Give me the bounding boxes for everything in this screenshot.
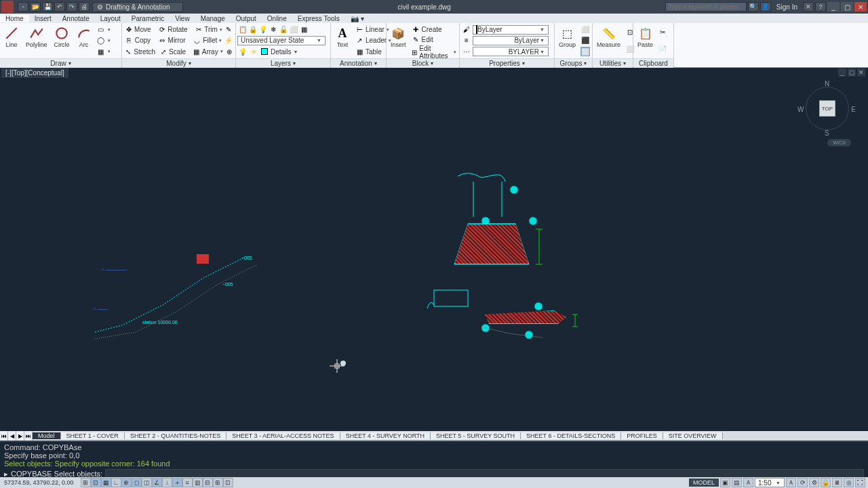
wcs-badge[interactable]: WCS (827, 139, 851, 146)
ungroup-icon[interactable]: ⬜ (580, 25, 591, 35)
move-icon[interactable]: ✥ (124, 25, 133, 35)
layer-prop-icon[interactable]: 📋 (238, 25, 248, 35)
arc-button[interactable]: Arc (74, 24, 94, 49)
group-button[interactable]: ⬚Group (556, 24, 578, 49)
rectangle-button[interactable]: ▭▾ (96, 25, 112, 35)
offset-icon[interactable]: ⊕ (225, 47, 233, 56)
text-button[interactable]: AText (332, 24, 353, 49)
tab-annotate[interactable]: Annotate (57, 15, 95, 22)
dyn-toggle[interactable]: ＋ (172, 478, 182, 487)
tab-featured[interactable]: 📷 ▾ (345, 15, 370, 22)
ducs-toggle[interactable]: ⟂ (162, 478, 172, 487)
sheet-tab[interactable]: SHEET 3 - AERIAL-ACCESS NOTES (226, 432, 340, 439)
tab-parametric[interactable]: Parametric (126, 15, 170, 22)
sheet-tab[interactable]: SHEET 1 - COVER (61, 432, 125, 439)
am-toggle[interactable]: ⊡ (223, 478, 233, 487)
annoscale-icon[interactable]: Ａ (743, 478, 753, 487)
move-button[interactable]: Move (134, 26, 151, 33)
explode-icon[interactable]: ⚡ (224, 36, 233, 45)
copy-button[interactable]: Copy (135, 37, 151, 44)
redo-icon[interactable]: ↷ (66, 2, 77, 12)
sheet-tab[interactable]: SHEET 2 - QUANTITIES-NOTES (125, 432, 226, 439)
edit-attr-button[interactable]: ⊞Edit Attributes▾ (410, 45, 458, 60)
tab-output[interactable]: Output (231, 15, 262, 22)
maximize-button[interactable]: ▢ (841, 2, 853, 12)
sheet-tab[interactable]: SHEET 5 - SURVEY SOUTH (431, 432, 521, 439)
sheet-tab[interactable]: SHEET 6 - DETAILS-SECTIONS (521, 432, 621, 439)
ortho-toggle[interactable]: ∟ (111, 478, 121, 487)
sheet-nav-last[interactable]: ⏭ (24, 431, 33, 441)
vp-maximize[interactable]: ▢ (848, 68, 856, 77)
hatch-button[interactable]: ▦▾ (96, 47, 112, 56)
drawing-object-detail1[interactable] (427, 169, 590, 278)
mirror-icon[interactable]: ⇔ (157, 36, 167, 45)
3dosnap-toggle[interactable]: ◫ (142, 478, 152, 487)
lineweight-dropdown[interactable]: ByLayer▼ (473, 36, 549, 45)
linetype-dropdown[interactable]: BYLAYER▼ (473, 47, 549, 56)
lwt-toggle[interactable]: ≡ (182, 478, 193, 487)
tab-online[interactable]: Online (262, 15, 292, 22)
layer-state-dropdown[interactable]: Unsaved Layer State▼ (237, 36, 326, 45)
erase-icon[interactable]: ✎ (224, 25, 233, 35)
layer-match-icon[interactable]: ▦ (299, 25, 309, 35)
edit-button[interactable]: ✎Edit (410, 35, 458, 44)
space-button[interactable]: MODEL (689, 479, 719, 487)
group-bbox-icon[interactable]: ⬜ (580, 47, 591, 56)
workspace-icon[interactable]: ⚙ (809, 478, 819, 487)
drawing-canvas[interactable]: TOP NS EW WCS ▫ ———— ▫ —— station 10000.… (0, 68, 868, 431)
sheet-tab[interactable]: SITE OVERVIEW (663, 432, 723, 439)
view-cube[interactable]: TOP NS EW (800, 81, 854, 136)
annoscale-dropdown[interactable]: 1:50▼ (755, 478, 785, 487)
print-icon[interactable]: 🖨 (79, 2, 90, 12)
group-edit-icon[interactable]: ⬛ (580, 36, 591, 45)
stretch-button[interactable]: Stretch (134, 48, 155, 56)
sc-toggle[interactable]: ⊞ (213, 478, 223, 487)
otrack-toggle[interactable]: ∠ (152, 478, 162, 487)
cut-icon[interactable]: ✂ (657, 28, 668, 37)
help-icon[interactable]: ? (815, 2, 826, 12)
trim-button[interactable]: Trim (204, 26, 218, 33)
sheet-nav-next[interactable]: ▶ (16, 431, 24, 441)
command-window[interactable]: Command: COPYBAse Specify base point: 0,… (0, 441, 868, 477)
qp-toggle[interactable]: ⊟ (203, 478, 213, 487)
measure-button[interactable]: 📏Measure (594, 24, 623, 49)
isolate-icon[interactable]: ◎ (844, 478, 854, 487)
sign-in-link[interactable]: Sign In (772, 3, 802, 11)
layer-details-button[interactable]: Details (271, 48, 292, 56)
vp-close[interactable]: ✕ (857, 68, 865, 77)
search-icon[interactable]: 🔍 (748, 2, 759, 12)
undo-icon[interactable]: ↶ (54, 2, 65, 12)
copy-clip-icon[interactable]: 📄 (657, 44, 668, 54)
osnap-toggle[interactable]: ◻ (132, 478, 142, 487)
workspace-dropdown[interactable]: ⚙Drafting & Annotation▼ (92, 2, 183, 12)
stretch-icon[interactable]: ⤡ (124, 47, 132, 56)
tab-express-tools[interactable]: Express Tools (292, 15, 345, 22)
mirror-button[interactable]: Mirror (168, 37, 186, 44)
ellipse-button[interactable]: ◯▾ (96, 36, 112, 45)
scale-icon[interactable]: ⤢ (159, 47, 167, 56)
tab-home[interactable]: Home (0, 15, 29, 22)
layer-bulb-icon[interactable]: 💡 (238, 47, 248, 56)
layer-sun-icon[interactable]: ☀ (249, 47, 258, 56)
copy-icon[interactable]: ⎘ (124, 36, 134, 45)
annovisibility-icon[interactable]: Ａ (786, 478, 796, 487)
viewport-label[interactable]: [-][Top][Conceptual] (1, 68, 68, 78)
vp-minimize[interactable]: _ (838, 68, 846, 77)
quickview-drawings-icon[interactable]: ▤ (732, 478, 742, 487)
close-button[interactable]: ✕ (854, 2, 867, 12)
color-dropdown[interactable]: ByLayer▼ (473, 25, 549, 35)
infer-toggle[interactable]: ⊞ (81, 478, 91, 487)
exchange-icon[interactable]: ✕ (803, 2, 814, 12)
circle-button[interactable]: Circle (52, 24, 73, 49)
grid-toggle[interactable]: ▦ (101, 478, 111, 487)
array-icon[interactable]: ▦ (192, 47, 200, 56)
lineweight-icon[interactable]: ≡ (462, 36, 471, 45)
annoauto-icon[interactable]: ⟳ (797, 478, 808, 487)
drawing-object[interactable]: ▫ ———— ▫ —— station 10000.00 ~005 ~005 (81, 237, 271, 339)
layer-freeze-icon[interactable]: ❄ (269, 25, 278, 35)
layer-off-icon[interactable]: 🔓 (279, 25, 288, 35)
polyline-button[interactable]: Polyline (23, 24, 50, 49)
insert-button[interactable]: 📦Insert (388, 24, 409, 49)
array-button[interactable]: Array (202, 48, 218, 56)
cleanscreen-icon[interactable]: ⛶ (855, 478, 865, 487)
